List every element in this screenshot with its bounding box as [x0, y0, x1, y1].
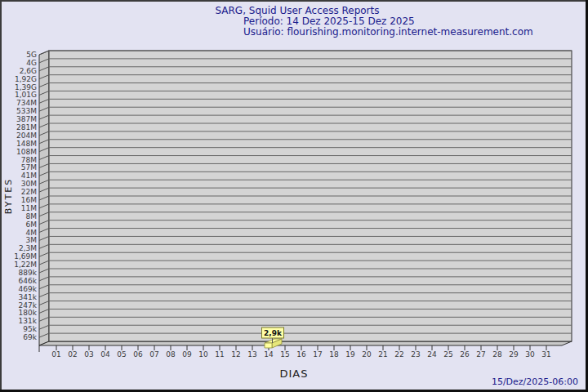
x-tick-label: 30 — [525, 350, 535, 359]
y-tick-label: 734M — [16, 99, 37, 107]
y-tick-label: 1,01G — [15, 91, 37, 99]
x-tick-label: 01 — [51, 350, 60, 359]
x-tick-label: 17 — [313, 350, 322, 359]
x-tick-label: 09 — [182, 350, 192, 359]
x-tick-label: 13 — [247, 350, 256, 359]
y-tick-label: 387M — [16, 115, 37, 123]
y-tick-label: 3M — [26, 236, 38, 244]
plot-floor — [39, 341, 572, 345]
y-tick-label: 646k — [19, 277, 38, 285]
bar-front-face — [265, 343, 272, 348]
y-tick-label: 889k — [19, 269, 38, 277]
y-tick-label: 1,22M — [14, 261, 37, 269]
y-tick-label: 281M — [16, 123, 37, 131]
x-axis-title: DIAS — [280, 368, 309, 380]
frame-border-top — [0, 0, 588, 2]
x-tick-label: 24 — [427, 350, 437, 359]
x-tick-label: 27 — [476, 350, 485, 359]
y-tick-label: 1,69M — [14, 252, 37, 261]
y-tick-label: 41M — [21, 172, 37, 180]
y-tick-label: 4M — [26, 229, 38, 237]
y-tick-label: 108M — [16, 148, 37, 156]
y-tick-label: 180k — [19, 309, 38, 317]
y-tick-label: 11M — [21, 204, 37, 212]
y-tick-label: 22M — [21, 188, 37, 196]
report-frame: SARG, Squid User Access Reports Período:… — [0, 0, 588, 392]
chart-user: Usuário: flourishing.monitoring.internet… — [243, 26, 533, 38]
x-tick-label: 06 — [133, 350, 143, 359]
y-tick-label: 247k — [19, 301, 38, 310]
y-tick-label: 95k — [23, 325, 37, 333]
x-tick-label: 03 — [84, 350, 93, 359]
chart-title: SARG, Squid User Access Reports — [215, 5, 379, 16]
x-tick-label: 11 — [215, 350, 224, 359]
chart-period: Período: 14 Dez 2025-15 Dez 2025 — [243, 16, 415, 27]
x-tick-label: 20 — [362, 350, 372, 359]
x-tick-label: 05 — [117, 350, 126, 359]
x-tick-label: 04 — [100, 350, 110, 359]
y-tick-label: 8M — [26, 212, 38, 220]
y-tick-label: 204M — [16, 131, 37, 140]
x-tick-label: 07 — [149, 350, 158, 359]
y-tick-label: 469k — [19, 285, 38, 293]
y-tick-label: 16M — [21, 196, 37, 204]
y-tick-label: 1,39G — [15, 83, 37, 91]
x-tick-label: 21 — [378, 350, 387, 359]
x-tick-label: 31 — [541, 350, 550, 359]
y-tick-label: 57M — [21, 163, 37, 172]
x-tick-label: 26 — [460, 350, 470, 359]
x-tick-label: 19 — [345, 350, 355, 359]
y-tick-label: 1,92G — [15, 75, 37, 83]
y-tick-label: 30M — [21, 180, 37, 188]
y-tick-label: 78M — [21, 156, 37, 164]
y-axis-title: BYTES — [3, 178, 14, 214]
generated-timestamp: 15/Dez/2025-06:00 — [492, 376, 578, 387]
y-tick-label: 148M — [16, 140, 37, 148]
frame-border-left — [0, 0, 2, 392]
x-tick-label: 22 — [394, 350, 403, 359]
sarg-chart: SARG, Squid User Access Reports Período:… — [0, 0, 588, 392]
x-tick-label: 08 — [166, 350, 176, 359]
x-tick-label: 18 — [329, 350, 339, 359]
y-tick-label: 6M — [26, 220, 38, 229]
y-tick-label: 2,6G — [20, 67, 37, 75]
y-tick-label: 69k — [23, 333, 37, 341]
y-tick-label: 4G — [26, 59, 37, 67]
y-tick-label: 131k — [19, 317, 38, 325]
x-tick-label: 15 — [280, 350, 289, 359]
y-tick-label: 533M — [16, 107, 37, 115]
x-tick-label: 25 — [443, 350, 452, 359]
x-tick-label: 23 — [411, 350, 420, 359]
value-label: 2,9k — [264, 329, 283, 337]
x-tick-label: 10 — [198, 350, 208, 359]
y-tick-label: 2,3M — [19, 244, 37, 252]
x-tick-label: 12 — [231, 350, 240, 359]
y-tick-label: 5G — [26, 51, 37, 59]
x-tick-label: 02 — [68, 350, 77, 359]
y-tick-label: 341k — [19, 293, 38, 301]
x-tick-label: 29 — [509, 350, 519, 359]
x-tick-label: 16 — [296, 350, 306, 359]
x-tick-label: 14 — [264, 350, 274, 359]
x-tick-label: 28 — [492, 350, 502, 359]
